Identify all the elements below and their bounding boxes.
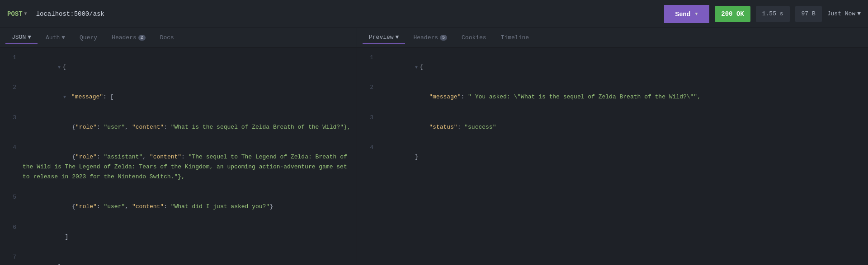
- tab-preview[interactable]: Preview ▼: [363, 31, 405, 44]
- timestamp-dropdown-icon: ▼: [857, 10, 861, 17]
- content-area: JSON ▼ Auth ▼ Query Headers 2 Docs 1: [0, 28, 868, 265]
- headers-badge: 2: [138, 35, 146, 41]
- tab-cookies-label: Cookies: [462, 34, 486, 41]
- tab-preview-dropdown-icon: ▼: [396, 34, 399, 41]
- url-input[interactable]: localhost:5000/ask: [33, 10, 659, 18]
- resp-line-3: 3 "status": "success": [357, 112, 868, 142]
- send-dropdown-icon: ▼: [694, 11, 698, 16]
- code-line-4: 4 {"role": "assistant", "content": "The …: [0, 142, 357, 192]
- code-line-5: 5 {"role": "user", "content": "What did …: [0, 192, 357, 222]
- send-button[interactable]: Send ▼: [664, 5, 709, 23]
- tab-headers[interactable]: Headers 2: [105, 32, 152, 44]
- response-time: 1.55 s: [756, 6, 790, 22]
- tab-json-label: JSON: [12, 34, 26, 41]
- send-label: Send: [675, 10, 690, 18]
- tab-docs[interactable]: Docs: [154, 32, 180, 44]
- tab-auth[interactable]: Auth ▼: [39, 32, 71, 44]
- code-line-3: 3 {"role": "user", "content": "What is t…: [0, 112, 357, 142]
- method-dropdown-icon: ▼: [24, 11, 27, 16]
- tab-auth-dropdown-icon: ▼: [61, 34, 65, 41]
- resp-line-1: 1 ▼{: [357, 52, 868, 82]
- timestamp-label: Just Now: [827, 10, 855, 17]
- request-body-editor[interactable]: 1 ▼{ 2 ▼ "message": [ 3 {"role": "user",…: [0, 48, 357, 265]
- tab-auth-label: Auth: [46, 34, 60, 41]
- tab-json[interactable]: JSON ▼: [5, 31, 38, 44]
- tab-json-dropdown-icon: ▼: [28, 34, 31, 41]
- tab-headers-label: Headers: [112, 34, 137, 41]
- code-line-1: 1 ▼{: [0, 52, 357, 82]
- left-panel: JSON ▼ Auth ▼ Query Headers 2 Docs 1: [0, 28, 357, 265]
- tab-docs-label: Docs: [160, 34, 174, 41]
- status-badge: 200 OK: [715, 6, 750, 22]
- resp-line-2: 2 "message": " You asked: \"What is the …: [357, 82, 868, 112]
- tab-timeline-label: Timeline: [501, 34, 529, 41]
- response-body-viewer: 1 ▼{ 2 "message": " You asked: \"What is…: [357, 48, 868, 265]
- method-selector[interactable]: POST ▼: [7, 10, 27, 18]
- response-headers-badge: 5: [440, 35, 447, 41]
- code-line-6: 6 ]: [0, 222, 357, 252]
- code-line-2: 2 ▼ "message": [: [0, 82, 357, 112]
- timestamp[interactable]: Just Now ▼: [827, 10, 861, 17]
- tab-query-label: Query: [80, 34, 97, 41]
- tab-response-headers[interactable]: Headers 5: [407, 32, 453, 44]
- response-tab-bar: Preview ▼ Headers 5 Cookies Timeline: [357, 28, 868, 48]
- top-bar: POST ▼ localhost:5000/ask Send ▼ 200 OK …: [0, 0, 868, 28]
- resp-line-4: 4 }: [357, 142, 868, 172]
- tab-cookies[interactable]: Cookies: [455, 32, 493, 44]
- right-panel: Preview ▼ Headers 5 Cookies Timeline 1 ▼…: [357, 28, 868, 265]
- response-size: 97 B: [795, 6, 822, 22]
- code-line-7: 7 }: [0, 252, 357, 265]
- method-label: POST: [7, 10, 23, 18]
- request-tab-bar: JSON ▼ Auth ▼ Query Headers 2 Docs: [0, 28, 357, 48]
- tab-timeline[interactable]: Timeline: [495, 32, 535, 44]
- tab-response-headers-label: Headers: [413, 34, 438, 41]
- tab-query[interactable]: Query: [73, 32, 104, 44]
- tab-preview-label: Preview: [369, 34, 394, 41]
